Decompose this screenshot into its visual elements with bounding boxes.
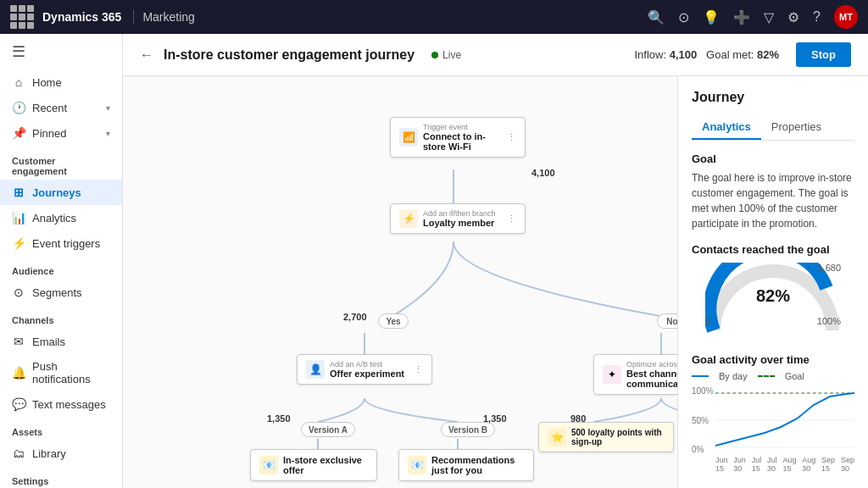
analytics-icon: 📊 [12, 211, 25, 225]
legend-line-goal [758, 375, 775, 377]
x-label-jun15: Jun15 [715, 456, 728, 473]
trigger-label-main: Connect to in-store Wi-Fi [423, 131, 502, 152]
sidebar-item-pinned[interactable]: 📌 Pinned ▾ [0, 120, 122, 146]
section-settings: Settings [0, 466, 122, 488]
sidebar-item-home[interactable]: ⌂ Home [0, 69, 122, 95]
user-avatar[interactable]: MT [834, 5, 858, 29]
activity-chart: 100% 50% 0% [692, 386, 854, 454]
branch-node[interactable]: ⚡ Add an if/then branch Loyalty member ⋮ [390, 203, 526, 234]
x-label-jul30: Jul30 [767, 456, 777, 473]
tab-analytics[interactable]: Analytics [692, 115, 761, 140]
legend-by-day-label: By day [719, 371, 748, 381]
email1-node[interactable]: 📧 In-store exclusive offer [250, 449, 377, 481]
ab-left-count: 1,350 [267, 413, 291, 424]
main-header: ← In-store customer engagement journey L… [123, 34, 868, 76]
bell-icon: 🔔 [12, 366, 25, 380]
sidebar-item-analytics[interactable]: 📊 Analytics [0, 205, 122, 230]
section-channels: Channels [0, 305, 122, 329]
recent-icon: 🕐 [12, 101, 25, 114]
x-label-sep30: Sep30 [841, 456, 854, 473]
topnav-icons: 🔍 ⊙ 💡 ➕ ▽ ⚙ ? MT [648, 5, 858, 29]
live-badge: Live [431, 49, 461, 61]
gear-icon[interactable]: ⚙ [787, 9, 799, 25]
activity-legend: By day Goal [692, 371, 854, 381]
goal-value: 82% [757, 48, 779, 61]
loyalty1-node[interactable]: ⭐ 500 loyalty points with sign-up [538, 422, 674, 452]
legend-line-by-day [692, 375, 709, 377]
ab-test-node[interactable]: 👤 Add an A/B test Offer experiment ⋮ [297, 354, 432, 385]
page-title: In-store customer engagement journey [164, 47, 415, 63]
donut-percent: 82% [756, 286, 790, 305]
chart-y-labels: 100% 50% 0% [692, 386, 714, 454]
ab-label-small: Add an A/B test [330, 360, 404, 369]
contacts-title: Contacts reached the goal [692, 243, 854, 256]
x-label-sep15: Sep15 [821, 456, 835, 473]
trigger-label-small: Trigger event [423, 123, 502, 131]
sidebar-item-text-messages[interactable]: 💬 Text messages [0, 391, 122, 417]
chevron-down-icon: ▾ [106, 129, 110, 138]
branch-icon: ⚡ [399, 209, 418, 228]
add-icon[interactable]: ➕ [733, 9, 750, 25]
version-a-badge: Version A [301, 422, 355, 437]
yes-badge: Yes [378, 313, 409, 329]
settings-icon[interactable]: ⊙ [678, 9, 689, 25]
sidebar-item-segments[interactable]: ⊙ Segments [0, 280, 122, 305]
version-b-badge: Version B [441, 422, 495, 437]
app-grid-icon[interactable] [10, 5, 34, 29]
no-badge: No [657, 313, 677, 329]
stop-button[interactable]: Stop [796, 42, 851, 67]
journey-diagram: 📶 Trigger event Connect to in-store Wi-F… [140, 93, 677, 488]
back-button[interactable]: ← [140, 47, 153, 63]
donut-label-1680: 1,680 [817, 263, 841, 273]
lightbulb-icon[interactable]: 💡 [703, 9, 720, 25]
goal-text: The goal here is to improve in-store cus… [692, 170, 854, 231]
chart-inner [715, 386, 854, 454]
email1-label: In-store exclusive offer [283, 455, 368, 475]
ab-more-icon[interactable]: ⋮ [414, 364, 423, 375]
optimize-node[interactable]: ✦ Optimize across channels Best channel … [593, 354, 677, 395]
donut-label-0: 0 [705, 316, 710, 326]
chart-x-labels: Jun15 Jun30 Jul15 Jul30 Aug15 Aug30 Sep1… [715, 456, 854, 473]
branch-label-main: Loyalty member [423, 218, 496, 228]
sidebar-item-library[interactable]: 🗂 Library [0, 441, 122, 466]
filter-icon[interactable]: ▽ [764, 9, 774, 25]
legend-goal-label: Goal [785, 371, 804, 381]
event-triggers-icon: ⚡ [12, 236, 25, 250]
sidebar-item-push-notifications[interactable]: 🔔 Push notifications [0, 354, 122, 391]
loyalty1-label: 500 loyalty points with sign-up [571, 428, 665, 446]
email2-node[interactable]: 📧 Recommendations just for you [398, 449, 534, 481]
activity-svg [715, 386, 854, 454]
library-icon: 🗂 [12, 446, 25, 460]
email-icon: ✉ [12, 335, 25, 348]
activity-title: Goal activity over time [692, 353, 854, 366]
hamburger-button[interactable]: ☰ [0, 34, 122, 69]
section-customer-engagement: Customer engagement [0, 146, 122, 180]
sidebar-item-journeys[interactable]: ⊞ Journeys [0, 180, 122, 205]
branch-more-icon[interactable]: ⋮ [507, 214, 516, 225]
trigger-node[interactable]: 📶 Trigger event Connect to in-store Wi-F… [390, 117, 526, 158]
sidebar-item-emails[interactable]: ✉ Emails [0, 329, 122, 354]
section-assets: Assets [0, 417, 122, 441]
segments-icon: ⊙ [12, 286, 25, 299]
email2-label: Recommendations just for you [431, 455, 525, 475]
y-label-0: 0% [692, 445, 714, 454]
x-label-aug30: Aug30 [802, 456, 815, 473]
inflow-value: 4,100 [670, 48, 698, 61]
help-icon[interactable]: ? [813, 9, 821, 25]
sidebar: ☰ ⌂ Home 🕐 Recent ▾ 📌 Pinned ▾ Customer … [0, 34, 123, 488]
y-label-100: 100% [692, 386, 714, 396]
brand-name: Dynamics 365 [42, 10, 121, 24]
main-content: ← In-store customer engagement journey L… [123, 34, 868, 488]
pin-icon: 📌 [12, 126, 25, 140]
ab-label-main: Offer experiment [330, 369, 404, 379]
loyalty1-icon: ⭐ [548, 428, 566, 446]
journeys-icon: ⊞ [12, 186, 25, 199]
email2-icon: 📧 [408, 456, 426, 474]
sidebar-item-event-triggers[interactable]: ⚡ Event triggers [0, 230, 122, 256]
tab-properties[interactable]: Properties [761, 115, 832, 140]
search-icon[interactable]: 🔍 [648, 9, 665, 25]
panel-tabs: Analytics Properties [692, 115, 854, 141]
sidebar-item-recent[interactable]: 🕐 Recent ▾ [0, 95, 122, 120]
inflow-label: Inflow: [635, 48, 667, 61]
trigger-more-icon[interactable]: ⋮ [507, 132, 516, 143]
